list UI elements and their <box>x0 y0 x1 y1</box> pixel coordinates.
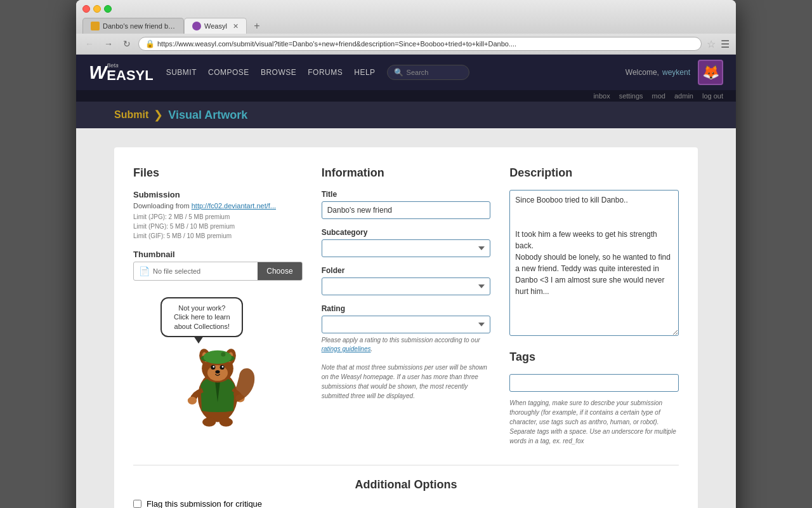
search-placeholder: Search <box>407 69 429 76</box>
nav-settings[interactable]: settings <box>619 92 643 100</box>
nav-admin[interactable]: admin <box>674 92 693 100</box>
title-input[interactable] <box>322 201 491 219</box>
minimize-button[interactable] <box>93 5 101 13</box>
additional-title: Additional Options <box>133 478 679 491</box>
file-icon: 📄 <box>139 266 150 276</box>
nav-links: Submit Compose Browse Forums Help 🔍 Sear… <box>166 65 613 80</box>
nav-mod[interactable]: mod <box>652 92 665 100</box>
site-content: W Beta EASYL Submit Compose Browse Forum… <box>76 55 736 508</box>
svg-point-18 <box>219 418 233 427</box>
tab-weasyl[interactable]: Weasyl ✕ <box>184 18 247 34</box>
maximize-button[interactable] <box>104 5 112 13</box>
tags-title: Tags <box>509 351 679 364</box>
title-label: Title <box>322 190 491 199</box>
forward-button[interactable]: → <box>102 37 115 50</box>
nav-submit[interactable]: Submit <box>166 68 197 77</box>
tab-label-weasyl: Weasyl <box>204 22 227 30</box>
user-avatar[interactable]: 🦊 <box>698 60 723 85</box>
nav-logout[interactable]: log out <box>702 92 723 100</box>
limit-png: Limit (PNG): 5 MB / 10 MB premium <box>133 222 303 231</box>
close-button[interactable] <box>82 5 90 13</box>
tags-note: When tagging, make sure to describe your… <box>509 398 679 446</box>
rating-note: Please apply a rating to this submission… <box>322 336 491 354</box>
additional-options-section: Additional Options Flag this submission … <box>133 465 679 508</box>
tab-close-button[interactable]: ✕ <box>233 22 239 30</box>
url-bar[interactable]: 🔒 https://www.weasyl.com/submit/visual?t… <box>138 37 702 51</box>
description-group: Since Booboo tried to kill Danbo.. It to… <box>509 190 679 338</box>
nav-browse[interactable]: Browse <box>261 68 296 77</box>
svg-point-17 <box>202 418 216 427</box>
subcategory-group: Subcategory <box>322 228 491 257</box>
logo-w: W <box>89 62 107 83</box>
download-link[interactable]: http://fc02.deviantart.net/f... <box>192 202 276 210</box>
tab-deviantart[interactable]: Danbo's new friend by «e... <box>82 18 184 34</box>
tags-input[interactable] <box>509 374 679 392</box>
thumbnail-section: Thumbnail 📄 No file selected Choose <box>133 250 303 281</box>
choose-file-button[interactable]: Choose <box>258 262 301 280</box>
reload-button[interactable]: ↻ <box>121 37 133 50</box>
rating-select[interactable] <box>322 316 491 333</box>
tab-label-deviantart: Danbo's new friend by «e... <box>103 22 176 30</box>
no-file-text: No file selected <box>153 267 200 275</box>
description-section: Description Since Booboo tried to kill D… <box>509 166 679 446</box>
mascot-area: Not your work?Click here to learn about … <box>133 291 303 431</box>
mascot-svg <box>167 329 268 431</box>
rating-label: Rating <box>322 304 491 313</box>
files-section-title: Files <box>133 166 303 180</box>
file-limits: Limit (JPG): 2 MB / 5 MB premium Limit (… <box>133 212 303 241</box>
limit-gif: Limit (GIF): 5 MB / 10 MB premium <box>133 231 303 241</box>
tab-favicon-weasyl <box>192 22 201 30</box>
folder-select[interactable] <box>322 277 491 295</box>
search-bar[interactable]: 🔍 Search <box>387 65 469 80</box>
new-tab-button[interactable]: + <box>249 18 265 34</box>
svg-point-8 <box>221 352 226 356</box>
user-sublinks-bar: inbox settings mod admin log out <box>76 90 736 102</box>
menu-button[interactable]: ☰ <box>721 38 730 50</box>
breadcrumb-current: Visual Artwork <box>168 109 247 122</box>
breadcrumb-separator: ❯ <box>154 108 163 122</box>
form-container: Files Submission Downloading from http:/… <box>76 128 736 508</box>
folder-label: Folder <box>322 266 491 275</box>
window-buttons <box>82 5 112 13</box>
title-group: Title <box>322 190 491 219</box>
tags-section: Tags When tagging, make sure to describe… <box>509 351 679 446</box>
subcategory-select[interactable] <box>322 239 491 257</box>
critique-checkbox[interactable] <box>133 500 141 508</box>
bookmark-button[interactable]: ☆ <box>707 38 716 50</box>
limit-jpg: Limit (JPG): 2 MB / 5 MB premium <box>133 212 303 222</box>
svg-point-13 <box>222 366 224 368</box>
welcome-label: Welcome, <box>625 68 659 77</box>
back-button[interactable]: ← <box>82 37 96 50</box>
critique-row: Flag this submission for critique <box>133 499 679 508</box>
browser-titlebar: Danbo's new friend by «e... Weasyl ✕ + <box>76 0 736 34</box>
description-section-title: Description <box>509 166 679 180</box>
nav-user-area: Welcome, weykent 🦊 <box>625 60 723 85</box>
download-text: Downloading from http://fc02.deviantart.… <box>133 202 303 210</box>
tabs-row: Danbo's new friend by «e... Weasyl ✕ + <box>82 18 730 34</box>
homepage-note: Note that at most three submissions per … <box>322 363 491 401</box>
breadcrumb-parent[interactable]: Submit <box>114 109 148 121</box>
information-section-title: Information <box>322 166 491 180</box>
url-text: https://www.weasyl.com/submit/visual?tit… <box>157 40 516 48</box>
ratings-guidelines-link[interactable]: ratings guidelines <box>322 345 371 352</box>
username-link[interactable]: weykent <box>662 68 690 77</box>
file-input: 📄 No file selected Choose <box>133 262 303 281</box>
rating-group: Rating Please apply a rating to this sub… <box>322 304 491 354</box>
nav-help[interactable]: Help <box>354 68 375 77</box>
nav-inbox[interactable]: inbox <box>593 92 610 100</box>
nav-forums[interactable]: Forums <box>308 68 343 77</box>
description-textarea[interactable]: Since Booboo tried to kill Danbo.. It to… <box>509 190 679 336</box>
mascot-container: Not your work?Click here to learn about … <box>154 291 281 431</box>
critique-label: Flag this submission for critique <box>147 499 262 508</box>
subcategory-label: Subcategory <box>322 228 491 237</box>
svg-point-14 <box>216 370 220 373</box>
search-icon: 🔍 <box>394 68 403 77</box>
browser-window: Danbo's new friend by «e... Weasyl ✕ + ←… <box>76 0 736 508</box>
browser-addressbar: ← → ↻ 🔒 https://www.weasyl.com/submit/vi… <box>76 34 736 55</box>
file-icon-area: 📄 No file selected <box>134 262 258 280</box>
tab-favicon-deviantart <box>91 22 100 30</box>
form-grid: Files Submission Downloading from http:/… <box>114 147 698 508</box>
files-section: Files Submission Downloading from http:/… <box>133 166 303 446</box>
svg-point-12 <box>213 366 215 368</box>
nav-compose[interactable]: Compose <box>208 68 249 77</box>
